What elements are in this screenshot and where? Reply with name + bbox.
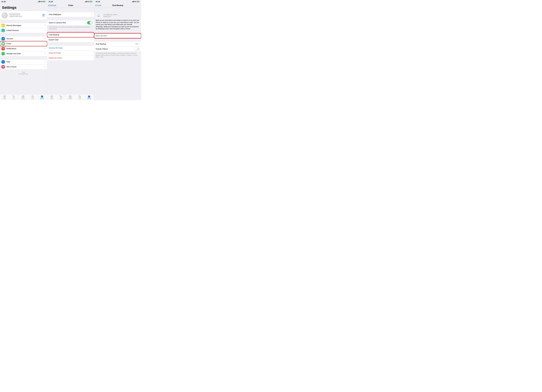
svg-point-22	[23, 96, 24, 97]
row-label: Auto Backup	[96, 43, 136, 45]
svg-point-31	[51, 96, 53, 98]
svg-rect-25	[85, 1, 86, 2]
row-backup-now[interactable]: Back Up Now	[94, 33, 141, 38]
row-account[interactable]: Account	[0, 36, 47, 41]
svg-rect-24	[85, 2, 85, 2]
svg-rect-0	[38, 2, 38, 2]
toggle-camera-roll[interactable]	[87, 21, 92, 24]
svg-rect-42	[139, 1, 140, 2]
nav-title: Chat Backup	[112, 4, 123, 6]
chevron-right-icon	[44, 66, 46, 68]
svg-rect-6	[45, 1, 45, 2]
row-include-videos[interactable]: Include Videos	[94, 47, 141, 51]
row-label: Notifications	[6, 48, 44, 50]
network-label: 4G	[87, 1, 89, 2]
tab-status[interactable]: Status	[3, 95, 6, 99]
tab-status[interactable]: Status	[50, 95, 53, 99]
row-label: Chats	[6, 43, 44, 45]
row-clear-all[interactable]: Clear All Chats	[47, 50, 94, 55]
svg-rect-8	[44, 14, 45, 15]
back-label: Settings	[49, 4, 56, 6]
chats-settings-screen: 21:19 4G Settings Chats Chat Wallpaper S…	[47, 0, 94, 100]
svg-rect-11	[44, 16, 45, 16]
row-linked-devices[interactable]: Linked Devices	[0, 28, 47, 33]
toggle-include-videos[interactable]	[134, 47, 140, 51]
row-label: Storage and Data	[6, 53, 44, 55]
chevron-right-icon	[92, 13, 92, 16]
row-storage-data[interactable]: Storage and Data	[0, 51, 47, 56]
row-starred-messages[interactable]: Starred Messages	[0, 23, 47, 28]
profile-name	[9, 13, 20, 16]
row-tell-friend[interactable]: Tell a Friend	[0, 64, 47, 69]
star-icon	[1, 24, 5, 27]
chevron-right-icon	[92, 39, 92, 41]
row-chats[interactable]: Chats	[0, 41, 47, 46]
svg-rect-36	[132, 2, 132, 2]
row-archive-all[interactable]: Archive All Chats	[47, 45, 94, 50]
svg-point-17	[3, 61, 3, 62]
qr-icon	[43, 14, 45, 16]
tab-camera[interactable]: Camera	[21, 95, 25, 99]
nav-title: Chats	[68, 4, 73, 6]
tab-settings[interactable]: Settings	[40, 95, 44, 99]
svg-point-34	[70, 96, 71, 97]
row-save-camera-roll[interactable]: Save to Camera Roll	[47, 20, 94, 25]
svg-point-14	[2, 38, 3, 39]
signal-icon	[38, 1, 40, 2]
svg-rect-10	[44, 16, 44, 16]
info-icon	[1, 60, 5, 64]
total-size-value: -	[111, 16, 112, 17]
row-label: Clear All Chats	[49, 52, 92, 54]
row-chat-wallpaper[interactable]: Chat Wallpaper	[47, 12, 94, 17]
last-backup-label: Last Backup:	[103, 14, 113, 16]
arrows-icon	[1, 52, 5, 55]
status-time: 21:19	[96, 1, 100, 2]
backup-info-block: Last Backup: Never Total Size: -	[94, 12, 141, 19]
svg-rect-30	[92, 1, 92, 2]
tab-chats[interactable]: Chats	[31, 95, 34, 99]
nav-bar: Chats Chat Backup	[94, 3, 141, 8]
svg-rect-38	[133, 1, 133, 2]
key-icon	[1, 37, 5, 40]
chevron-left-icon	[48, 5, 49, 6]
row-label: Chat Wallpaper	[49, 13, 92, 16]
svg-rect-27	[87, 1, 87, 2]
total-size-label: Total Size:	[103, 16, 111, 17]
svg-point-32	[51, 96, 52, 97]
row-help[interactable]: Help	[0, 60, 47, 64]
back-button[interactable]: Chats	[95, 4, 101, 6]
chevron-right-icon	[44, 53, 46, 55]
svg-rect-9	[43, 16, 43, 16]
back-button[interactable]: Settings	[48, 4, 56, 6]
row-notifications[interactable]: Notifications	[0, 46, 47, 51]
wifi-footer-note: To avoid excessive data charges, connect…	[94, 52, 141, 58]
whatsapp-icon	[1, 42, 5, 45]
signal-icon	[132, 1, 134, 2]
battery-icon	[43, 1, 46, 2]
row-label: Linked Devices	[6, 29, 44, 32]
svg-point-16	[3, 48, 4, 49]
tab-camera[interactable]: Camera	[68, 95, 72, 99]
tab-settings[interactable]: Settings	[87, 95, 91, 99]
row-delete-all[interactable]: Delete All Chats	[47, 55, 94, 60]
svg-rect-2	[39, 1, 39, 2]
qr-code-button[interactable]	[42, 13, 46, 17]
tab-calls[interactable]: Calls	[12, 95, 15, 99]
tab-chats[interactable]: Chats	[78, 95, 81, 99]
row-label: Account	[6, 38, 44, 40]
row-export-chat[interactable]: Export Chat	[47, 37, 94, 42]
tab-bar: Status Calls Camera Chats Settings	[0, 94, 47, 100]
tab-calls[interactable]: Calls	[60, 95, 62, 99]
status-bar: 21:20 4G	[0, 0, 47, 3]
svg-rect-12	[2, 30, 4, 31]
chevron-right-icon	[92, 34, 92, 36]
profile-cell[interactable]: Urgent calls only	[0, 11, 47, 20]
row-chat-backup[interactable]: Chat Backup	[47, 32, 94, 37]
row-label: Export Chat	[49, 39, 92, 41]
chevron-right-icon	[44, 43, 46, 45]
status-bar: 21:19 4G	[94, 0, 141, 3]
row-label: Save to Camera Roll	[49, 22, 87, 24]
battery-icon	[137, 1, 140, 2]
row-auto-backup[interactable]: Auto Backup Off	[94, 42, 141, 47]
svg-rect-3	[39, 1, 40, 2]
